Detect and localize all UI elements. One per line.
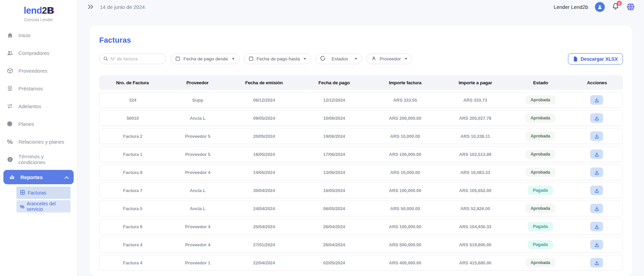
sidebar-item-label: Reportes — [20, 174, 43, 180]
invoice-search — [99, 54, 166, 64]
filter-label: Fecha de pago hasta — [257, 56, 300, 61]
status-badge: Aprobada — [525, 168, 555, 177]
download-row-button[interactable] — [590, 222, 603, 231]
download-row-button[interactable] — [590, 240, 603, 249]
download-row-button[interactable] — [590, 168, 603, 177]
table-row: Factura 6 Proveedor 4 25/04/2024 26/04/2… — [99, 219, 623, 234]
download-row-button[interactable] — [590, 258, 603, 267]
sidebar-item-label: Préstamos — [18, 86, 43, 91]
filter-states[interactable]: Estados — [315, 54, 362, 64]
alert-circle-icon — [6, 156, 14, 163]
person-icon — [371, 56, 376, 62]
sidebar-item-adelantos[interactable]: Adelantos — [0, 97, 77, 115]
sidebar-item-terminos[interactable]: Términos y condiciones — [0, 150, 77, 168]
cell-provider: Proveedor 5 — [166, 134, 230, 139]
cell-payable-amount: ARS 519,600.00 — [440, 242, 510, 247]
sidebar-item-compradores[interactable]: Compradores — [0, 44, 77, 62]
sidebar-item-planes[interactable]: Planes — [0, 115, 77, 133]
download-icon — [594, 188, 599, 193]
caret-down-icon — [303, 58, 306, 60]
cell-payment-date: 13/06/2024 — [299, 170, 370, 175]
sidebar-item-proveedores[interactable]: Proveedores — [0, 62, 77, 79]
chevron-up-icon — [64, 174, 69, 180]
cell-provider: Supp — [166, 98, 230, 103]
sidebar-expand-icon[interactable] — [88, 4, 94, 10]
cell-invoice-number: Factura 6 — [100, 224, 166, 229]
download-icon — [594, 206, 599, 211]
filter-bar: Fecha de pago desde Fecha de pago hasta … — [99, 53, 623, 64]
cell-payable-amount: ARS 102,513.89 — [440, 152, 510, 157]
coin-icon: $ — [6, 85, 14, 92]
download-row-button[interactable] — [590, 186, 603, 195]
table-row: Factura 4 Proveedor 1 22/04/2024 02/05/2… — [99, 255, 623, 271]
swap-arrows-icon — [6, 102, 14, 110]
home-icon — [6, 31, 14, 39]
sidebar-item-prestamos[interactable]: $ Préstamos — [0, 79, 77, 97]
table-header-row: Nro. de Factura Proveedor Fecha de emisi… — [99, 75, 623, 90]
download-icon — [594, 116, 599, 121]
current-date: 14 de junio de 2024 — [100, 4, 145, 10]
col-header: Importe a pagar — [440, 80, 510, 85]
cell-payable-amount: ARS 10,336.11 — [440, 134, 510, 139]
cell-invoice-number: Factura 5 — [100, 206, 166, 211]
sidebar-item-inicio[interactable]: Inicio — [0, 26, 77, 44]
download-row-button[interactable] — [590, 204, 603, 213]
table-row: Factura 5 Ancla L 24/04/2024 06/05/2024 … — [99, 201, 623, 216]
col-header: Proveedor — [166, 80, 229, 85]
filter-provider[interactable]: Proveedor — [366, 54, 412, 64]
filter-date-from[interactable]: Fecha de pago desde — [170, 54, 239, 64]
status-badge: Aprobada — [525, 204, 555, 213]
cell-invoice-amount: ARS 10,000.00 — [370, 170, 440, 175]
status-badge: Aprobada — [525, 150, 555, 159]
caret-down-icon — [355, 58, 357, 60]
cell-invoice-number: Factura 4 — [100, 260, 166, 265]
cell-invoice-amount: ARS 200,000.00 — [370, 116, 440, 121]
sidebar-item-relaciones[interactable]: % Relaciones y planes — [0, 133, 77, 150]
col-header: Importe factura — [370, 80, 440, 85]
col-header: Acciones — [571, 80, 623, 85]
cell-payment-date: 10/06/2024 — [299, 116, 370, 121]
cell-payment-date: 26/04/2024 — [299, 242, 370, 247]
filter-label: Proveedor — [379, 56, 401, 61]
people-icon — [6, 49, 14, 57]
table-grid-icon — [20, 190, 25, 196]
sidebar-item-label: Adelantos — [18, 103, 41, 109]
notifications-button[interactable]: 8 — [612, 2, 619, 12]
col-header: Estado — [510, 80, 571, 85]
cell-provider: Proveedor 1 — [166, 260, 230, 265]
topbar-right: Lender Lend2b 8 — [554, 2, 635, 12]
download-xlsx-button[interactable]: Descargar XLSX — [568, 53, 623, 64]
download-icon — [594, 260, 599, 265]
table-row: Factura 2 Proveedor 5 20/05/2024 19/06/2… — [99, 128, 623, 144]
cell-payment-date: 02/05/2024 — [299, 260, 370, 265]
cell-invoice-amount: ARS 500,000.00 — [370, 242, 440, 247]
sidebar-nav: Inicio Compradores Proveedores $ Préstam… — [0, 26, 77, 213]
cell-payment-date: 16/05/2024 — [299, 188, 370, 193]
download-row-button[interactable] — [590, 113, 603, 123]
percent-icon: % — [6, 138, 14, 145]
submenu-item-aranceles[interactable]: % Aranceles del servicio — [16, 200, 71, 213]
sidebar-item-reportes[interactable]: Reportes — [3, 170, 74, 184]
download-row-button[interactable] — [590, 95, 603, 105]
table-row: Factura 7 Ancla L 30/04/2024 16/05/2024 … — [99, 183, 623, 198]
user-avatar[interactable] — [595, 2, 605, 12]
download-row-button[interactable] — [590, 131, 603, 141]
filter-date-to[interactable]: Fecha de pago hasta — [244, 54, 311, 64]
cell-issue-date: 06/12/2024 — [229, 98, 299, 103]
download-icon — [594, 170, 599, 175]
search-input[interactable] — [99, 54, 166, 64]
cell-issue-date: 22/04/2024 — [229, 260, 299, 265]
submenu-item-facturas[interactable]: Facturas — [16, 187, 71, 199]
download-xlsx-label: Descargar XLSX — [581, 56, 618, 62]
cell-payable-amount: ARS 205,027.78 — [440, 116, 510, 121]
cell-invoice-amount: ARS 50,000.00 — [370, 206, 440, 211]
language-button[interactable] — [626, 2, 635, 11]
cell-payable-amount: ARS 10,083.33 — [440, 170, 510, 175]
cell-invoice-number: Factura 9 — [100, 170, 166, 175]
col-header: Nro. de Factura — [99, 80, 166, 85]
download-row-button[interactable] — [590, 149, 603, 159]
cell-invoice-amount: ARS 100,000.00 — [370, 224, 440, 229]
brand-wordmark: lend2B — [0, 6, 77, 15]
submenu-item-label: Aranceles del servicio — [27, 201, 67, 212]
status-badge: Aprobada — [525, 114, 555, 122]
